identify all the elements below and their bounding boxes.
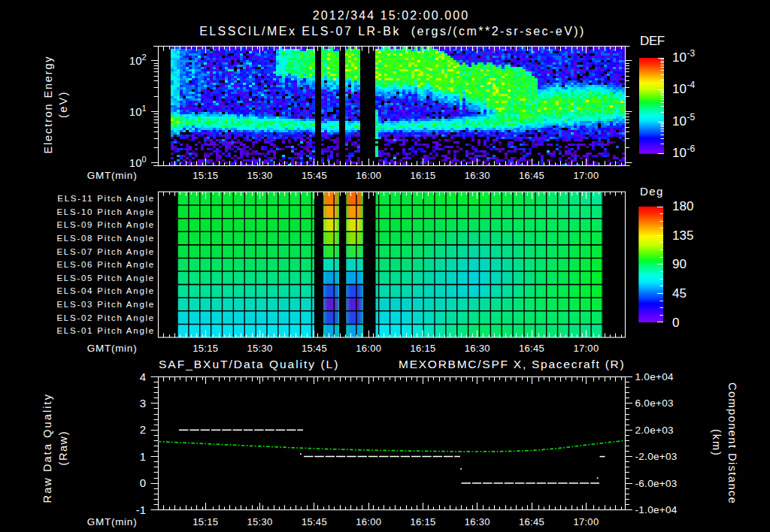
svg-text:15:30: 15:30: [247, 343, 273, 354]
svg-text:0: 0: [142, 155, 147, 164]
svg-text:4: 4: [140, 370, 146, 383]
svg-text:2012/344 15:02:00.000: 2012/344 15:02:00.000: [313, 9, 470, 22]
svg-text:ELS-04 Pitch Angle: ELS-04 Pitch Angle: [56, 286, 155, 295]
svg-text:17:00: 17:00: [573, 170, 599, 181]
svg-text:16:45: 16:45: [519, 516, 544, 527]
svg-text:Raw Data Quality: Raw Data Quality: [42, 393, 54, 503]
svg-text:0: 0: [140, 476, 146, 489]
svg-text:-3: -3: [687, 48, 696, 59]
svg-text:ELS-05 Pitch Angle: ELS-05 Pitch Angle: [56, 274, 155, 283]
svg-text:MEXORBMC/SPF X, Spacecraft (R): MEXORBMC/SPF X, Spacecraft (R): [399, 358, 625, 370]
svg-text:GMT(min): GMT(min): [87, 516, 138, 527]
svg-text:ELS-07 Pitch Angle: ELS-07 Pitch Angle: [56, 247, 155, 256]
svg-text:-6.0e+03: -6.0e+03: [635, 478, 678, 489]
svg-text:ELS-02 Pitch Angle: ELS-02 Pitch Angle: [56, 313, 155, 322]
svg-text:15:45: 15:45: [302, 516, 327, 527]
svg-text:Electron Energy: Electron Energy: [42, 56, 54, 154]
svg-text:15:30: 15:30: [247, 170, 273, 181]
svg-text:16:30: 16:30: [465, 170, 490, 181]
svg-text:1: 1: [142, 104, 147, 113]
svg-text:16:45: 16:45: [519, 343, 544, 354]
svg-text:15:45: 15:45: [302, 343, 327, 354]
svg-text:16:30: 16:30: [465, 343, 490, 354]
svg-text:(eV): (eV): [58, 90, 70, 118]
svg-text:16:45: 16:45: [519, 170, 544, 181]
svg-text:15:15: 15:15: [192, 343, 218, 354]
svg-text:17:00: 17:00: [573, 516, 599, 527]
svg-text:2.0e+03: 2.0e+03: [635, 425, 674, 436]
svg-text:ELSSCIL/MEx ELS-07 LR-Bk (erg: ELSSCIL/MEx ELS-07 LR-Bk (ergs/(cm**2-sr…: [199, 25, 586, 38]
svg-text:ELS-09 Pitch Angle: ELS-09 Pitch Angle: [56, 220, 155, 229]
svg-text:-1: -1: [136, 503, 146, 516]
svg-text:ELS-10 Pitch Angle: ELS-10 Pitch Angle: [56, 207, 155, 216]
svg-text:180: 180: [672, 199, 693, 213]
svg-text:16:15: 16:15: [410, 170, 435, 181]
svg-text:ELS-06 Pitch Angle: ELS-06 Pitch Angle: [56, 260, 155, 269]
svg-text:ELS-03 Pitch Angle: ELS-03 Pitch Angle: [56, 300, 155, 309]
svg-text:17:00: 17:00: [573, 343, 599, 354]
svg-text:2: 2: [140, 423, 146, 436]
svg-text:16:15: 16:15: [410, 516, 435, 527]
svg-text:-4: -4: [687, 80, 696, 90]
svg-text:1: 1: [140, 450, 146, 463]
svg-text:135: 135: [672, 228, 693, 243]
svg-text:10: 10: [672, 82, 687, 96]
svg-text:ELS-01 Pitch Angle: ELS-01 Pitch Angle: [56, 326, 155, 335]
svg-text:Component Distance: Component Distance: [726, 382, 738, 504]
svg-text:10: 10: [672, 50, 687, 65]
svg-text:SAF_BXuT/Data Quality (L): SAF_BXuT/Data Quality (L): [159, 358, 339, 370]
svg-text:-1.0e+04: -1.0e+04: [635, 504, 678, 515]
svg-text:15:30: 15:30: [247, 516, 273, 527]
svg-text:10: 10: [129, 105, 142, 118]
svg-text:(km): (km): [711, 429, 723, 457]
svg-text:GMT(min): GMT(min): [87, 343, 138, 354]
svg-text:10: 10: [672, 146, 687, 160]
svg-text:15:45: 15:45: [302, 170, 327, 181]
svg-text:16:00: 16:00: [356, 516, 381, 527]
svg-text:16:00: 16:00: [356, 343, 381, 354]
svg-text:-5: -5: [687, 112, 696, 122]
svg-text:2: 2: [142, 53, 147, 62]
svg-text:3: 3: [140, 397, 146, 410]
svg-text:(Raw): (Raw): [57, 431, 69, 466]
svg-text:-2.0e+03: -2.0e+03: [635, 451, 678, 462]
svg-text:16:15: 16:15: [410, 343, 435, 354]
svg-text:15:15: 15:15: [192, 516, 218, 527]
svg-text:1.0e+04: 1.0e+04: [635, 371, 674, 382]
svg-text:GMT(min): GMT(min): [87, 170, 138, 181]
svg-text:Deg: Deg: [640, 185, 664, 198]
svg-text:16:30: 16:30: [465, 516, 490, 527]
svg-text:-6: -6: [687, 144, 696, 154]
svg-text:15:15: 15:15: [192, 170, 218, 181]
svg-text:10: 10: [672, 114, 687, 128]
svg-text:0: 0: [672, 316, 679, 330]
svg-text:45: 45: [672, 286, 687, 301]
svg-text:16:00: 16:00: [356, 170, 381, 181]
svg-text:DEF: DEF: [640, 34, 665, 48]
svg-text:90: 90: [672, 257, 687, 271]
svg-text:10: 10: [129, 156, 142, 169]
svg-text:6.0e+03: 6.0e+03: [635, 397, 674, 409]
svg-text:ELS-08 Pitch Angle: ELS-08 Pitch Angle: [56, 234, 155, 243]
svg-text:ELS-11 Pitch Angle: ELS-11 Pitch Angle: [57, 194, 155, 203]
svg-text:10: 10: [129, 54, 142, 67]
